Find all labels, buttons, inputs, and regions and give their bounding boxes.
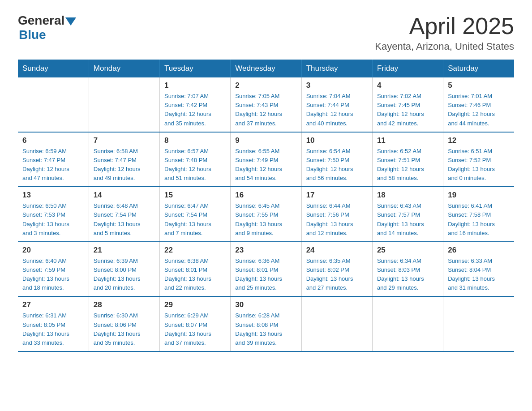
calendar-header-cell: Thursday [301,60,372,77]
calendar-week-row: 1Sunrise: 7:07 AM Sunset: 7:42 PM Daylig… [18,77,514,132]
calendar-body: 1Sunrise: 7:07 AM Sunset: 7:42 PM Daylig… [18,77,514,351]
calendar-header-cell: Wednesday [231,60,301,77]
calendar-cell [89,77,159,132]
calendar-cell: 21Sunrise: 6:39 AM Sunset: 8:00 PM Dayli… [89,242,159,297]
day-info: Sunrise: 6:31 AM Sunset: 8:05 PM Dayligh… [22,311,84,347]
calendar-cell: 24Sunrise: 6:35 AM Sunset: 8:02 PM Dayli… [301,242,372,297]
day-info: Sunrise: 7:07 AM Sunset: 7:42 PM Dayligh… [164,92,226,128]
day-number: 29 [164,300,226,309]
day-number: 24 [306,246,368,255]
day-number: 23 [235,246,296,255]
day-number: 27 [22,300,84,309]
day-number: 13 [22,191,84,200]
calendar-cell: 2Sunrise: 7:05 AM Sunset: 7:43 PM Daylig… [231,77,301,132]
calendar-header-cell: Tuesday [160,60,231,77]
calendar-cell: 23Sunrise: 6:36 AM Sunset: 8:01 PM Dayli… [231,242,301,297]
calendar-cell: 5Sunrise: 7:01 AM Sunset: 7:46 PM Daylig… [443,77,514,132]
page-header: General Blue April 2025 Kayenta, Arizona… [18,13,514,52]
logo: General Blue [18,13,76,42]
month-title: April 2025 [375,13,514,39]
calendar-cell: 19Sunrise: 6:41 AM Sunset: 7:58 PM Dayli… [443,187,514,242]
day-info: Sunrise: 6:36 AM Sunset: 8:01 PM Dayligh… [235,257,296,293]
calendar-cell [301,296,372,351]
day-info: Sunrise: 6:57 AM Sunset: 7:48 PM Dayligh… [164,147,226,183]
title-section: April 2025 Kayenta, Arizona, United Stat… [375,13,514,52]
day-info: Sunrise: 6:52 AM Sunset: 7:51 PM Dayligh… [377,147,438,183]
calendar-cell [372,296,443,351]
calendar-cell: 30Sunrise: 6:28 AM Sunset: 8:08 PM Dayli… [231,296,301,351]
calendar-header-row: SundayMondayTuesdayWednesdayThursdayFrid… [18,60,514,77]
calendar-cell: 17Sunrise: 6:44 AM Sunset: 7:56 PM Dayli… [301,187,372,242]
day-info: Sunrise: 6:50 AM Sunset: 7:53 PM Dayligh… [22,201,84,238]
day-info: Sunrise: 7:05 AM Sunset: 7:43 PM Dayligh… [235,92,296,128]
calendar-cell: 11Sunrise: 6:52 AM Sunset: 7:51 PM Dayli… [372,132,443,187]
day-info: Sunrise: 6:59 AM Sunset: 7:47 PM Dayligh… [22,147,84,183]
calendar-cell: 7Sunrise: 6:58 AM Sunset: 7:47 PM Daylig… [89,132,159,187]
day-number: 2 [235,81,296,90]
day-number: 22 [164,246,226,255]
calendar-header: SundayMondayTuesdayWednesdayThursdayFrid… [18,60,514,77]
calendar-cell: 6Sunrise: 6:59 AM Sunset: 7:47 PM Daylig… [18,132,89,187]
calendar-week-row: 20Sunrise: 6:40 AM Sunset: 7:59 PM Dayli… [18,242,514,297]
calendar-cell: 25Sunrise: 6:34 AM Sunset: 8:03 PM Dayli… [372,242,443,297]
day-number: 28 [94,300,155,309]
day-info: Sunrise: 6:40 AM Sunset: 7:59 PM Dayligh… [22,257,84,293]
day-info: Sunrise: 7:02 AM Sunset: 7:45 PM Dayligh… [377,92,438,128]
day-info: Sunrise: 6:35 AM Sunset: 8:02 PM Dayligh… [306,257,368,293]
day-info: Sunrise: 7:01 AM Sunset: 7:46 PM Dayligh… [448,92,510,128]
day-number: 6 [22,136,84,145]
calendar-header-cell: Saturday [443,60,514,77]
calendar-cell: 29Sunrise: 6:29 AM Sunset: 8:07 PM Dayli… [160,296,231,351]
day-info: Sunrise: 6:39 AM Sunset: 8:00 PM Dayligh… [94,257,155,293]
day-info: Sunrise: 6:45 AM Sunset: 7:55 PM Dayligh… [235,201,296,238]
day-number: 18 [377,191,438,200]
logo-triangle-icon [65,17,76,26]
day-number: 3 [306,81,368,90]
day-info: Sunrise: 6:34 AM Sunset: 8:03 PM Dayligh… [377,257,438,293]
calendar-cell: 10Sunrise: 6:54 AM Sunset: 7:50 PM Dayli… [301,132,372,187]
location-title: Kayenta, Arizona, United States [375,41,514,52]
day-number: 10 [306,136,368,145]
day-info: Sunrise: 6:58 AM Sunset: 7:47 PM Dayligh… [94,147,155,183]
day-number: 15 [164,191,226,200]
day-number: 1 [164,81,226,90]
calendar-cell [443,296,514,351]
day-number: 12 [448,136,510,145]
calendar-week-row: 6Sunrise: 6:59 AM Sunset: 7:47 PM Daylig… [18,132,514,187]
calendar-week-row: 13Sunrise: 6:50 AM Sunset: 7:53 PM Dayli… [18,187,514,242]
calendar-cell: 16Sunrise: 6:45 AM Sunset: 7:55 PM Dayli… [231,187,301,242]
day-number: 4 [377,81,438,90]
calendar-cell: 22Sunrise: 6:38 AM Sunset: 8:01 PM Dayli… [160,242,231,297]
calendar-cell: 15Sunrise: 6:47 AM Sunset: 7:54 PM Dayli… [160,187,231,242]
logo-general-text: General [18,13,64,28]
day-info: Sunrise: 6:54 AM Sunset: 7:50 PM Dayligh… [306,147,368,183]
calendar-cell: 4Sunrise: 7:02 AM Sunset: 7:45 PM Daylig… [372,77,443,132]
calendar-cell [18,77,89,132]
calendar-header-cell: Monday [89,60,159,77]
calendar-cell: 8Sunrise: 6:57 AM Sunset: 7:48 PM Daylig… [160,132,231,187]
day-info: Sunrise: 6:28 AM Sunset: 8:08 PM Dayligh… [235,311,296,347]
calendar-cell: 13Sunrise: 6:50 AM Sunset: 7:53 PM Dayli… [18,187,89,242]
day-number: 19 [448,191,510,200]
day-info: Sunrise: 6:30 AM Sunset: 8:06 PM Dayligh… [94,311,155,347]
day-info: Sunrise: 6:29 AM Sunset: 8:07 PM Dayligh… [164,311,226,347]
day-info: Sunrise: 6:41 AM Sunset: 7:58 PM Dayligh… [448,201,510,238]
day-number: 21 [94,246,155,255]
day-info: Sunrise: 6:44 AM Sunset: 7:56 PM Dayligh… [306,201,368,238]
day-info: Sunrise: 6:47 AM Sunset: 7:54 PM Dayligh… [164,201,226,238]
day-number: 17 [306,191,368,200]
day-number: 26 [448,246,510,255]
calendar-cell: 28Sunrise: 6:30 AM Sunset: 8:06 PM Dayli… [89,296,159,351]
day-number: 16 [235,191,296,200]
calendar-table: SundayMondayTuesdayWednesdayThursdayFrid… [18,60,514,352]
calendar-cell: 12Sunrise: 6:51 AM Sunset: 7:52 PM Dayli… [443,132,514,187]
day-info: Sunrise: 7:04 AM Sunset: 7:44 PM Dayligh… [306,92,368,128]
day-number: 14 [94,191,155,200]
calendar-cell: 14Sunrise: 6:48 AM Sunset: 7:54 PM Dayli… [89,187,159,242]
day-info: Sunrise: 6:43 AM Sunset: 7:57 PM Dayligh… [377,201,438,238]
day-info: Sunrise: 6:55 AM Sunset: 7:49 PM Dayligh… [235,147,296,183]
day-number: 30 [235,300,296,309]
day-info: Sunrise: 6:51 AM Sunset: 7:52 PM Dayligh… [448,147,510,183]
day-info: Sunrise: 6:38 AM Sunset: 8:01 PM Dayligh… [164,257,226,293]
day-number: 11 [377,136,438,145]
